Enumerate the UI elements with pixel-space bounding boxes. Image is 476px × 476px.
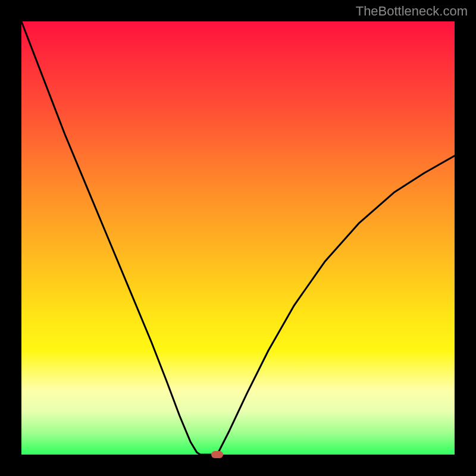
plot-area xyxy=(21,21,455,455)
chart-frame: TheBottleneck.com xyxy=(0,0,476,476)
watermark-text: TheBottleneck.com xyxy=(356,4,468,19)
bottleneck-curve xyxy=(21,21,455,455)
bottleneck-marker xyxy=(211,451,223,458)
